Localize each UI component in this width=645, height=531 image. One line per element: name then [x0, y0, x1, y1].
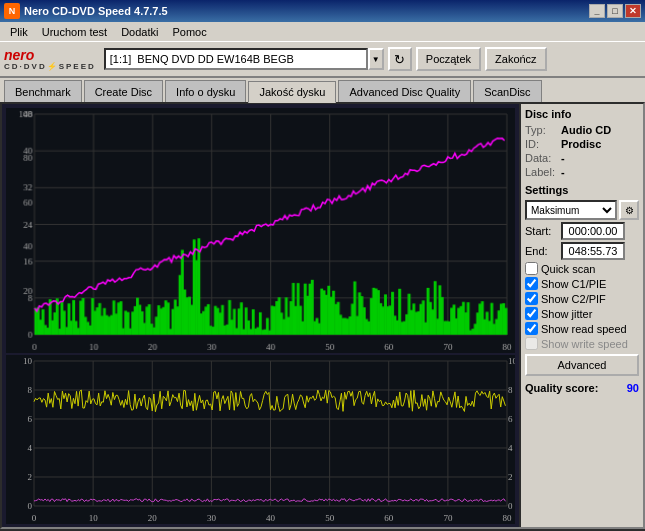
- info-panel: Disc info Typ: Audio CD ID: Prodisc Data…: [519, 104, 643, 527]
- show-read-row[interactable]: Show read speed: [525, 322, 639, 335]
- show-jitter-label: Show jitter: [541, 308, 592, 320]
- title-bar: N Nero CD-DVD Speed 4.7.7.5 _ □ ✕: [0, 0, 645, 22]
- settings-dropdown[interactable]: Maksimum: [525, 200, 617, 220]
- maximize-button[interactable]: □: [607, 4, 623, 18]
- menu-plik[interactable]: Plik: [4, 24, 34, 40]
- app-title: Nero CD-DVD Speed 4.7.7.5: [24, 5, 168, 17]
- refresh-button[interactable]: ↻: [388, 47, 412, 71]
- label-value: -: [561, 166, 565, 178]
- show-c1pie-check[interactable]: [525, 277, 538, 290]
- tab-scandisc[interactable]: ScanDisc: [473, 80, 541, 102]
- settings-small-btn[interactable]: ⚙: [619, 200, 639, 220]
- start-input[interactable]: [561, 222, 625, 240]
- toolbar: nero CD·DVD⚡SPEED ▼ ↻ Początek Zakończ: [0, 42, 645, 78]
- settings-title: Settings: [525, 184, 639, 196]
- menu-dodatki[interactable]: Dodatki: [115, 24, 164, 40]
- end-label: End:: [525, 245, 557, 257]
- lower-chart: [6, 355, 515, 524]
- tab-create-disc[interactable]: Create Disc: [84, 80, 163, 102]
- advanced-button[interactable]: Advanced: [525, 354, 639, 376]
- menu-pomoc[interactable]: Pomoc: [166, 24, 212, 40]
- disc-label-row: Label: -: [525, 166, 639, 178]
- settings-select-row: Maksimum ⚙: [525, 200, 639, 220]
- tabs-bar: Benchmark Create Disc Info o dysku Jakoś…: [0, 78, 645, 102]
- start-label: Start:: [525, 225, 557, 237]
- app-icon: N: [4, 3, 20, 19]
- end-row: End:: [525, 242, 639, 260]
- close-button[interactable]: ✕: [625, 4, 641, 18]
- quality-score-row: Quality score: 90: [525, 382, 639, 394]
- tab-info[interactable]: Info o dysku: [165, 80, 246, 102]
- minimize-button[interactable]: _: [589, 4, 605, 18]
- disc-info-title: Disc info: [525, 108, 639, 120]
- drive-selector[interactable]: ▼: [104, 48, 384, 70]
- show-jitter-check[interactable]: [525, 307, 538, 320]
- show-jitter-row[interactable]: Show jitter: [525, 307, 639, 320]
- data-value: -: [561, 152, 565, 164]
- quick-scan-row[interactable]: Quick scan: [525, 262, 639, 275]
- show-write-check: [525, 337, 538, 350]
- end-button[interactable]: Zakończ: [485, 47, 547, 71]
- title-bar-text: N Nero CD-DVD Speed 4.7.7.5: [4, 3, 168, 19]
- disc-id-row: ID: Prodisc: [525, 138, 639, 150]
- title-bar-buttons: _ □ ✕: [589, 4, 641, 18]
- main-content: Disc info Typ: Audio CD ID: Prodisc Data…: [0, 102, 645, 529]
- show-write-row: Show write speed: [525, 337, 639, 350]
- drive-dropdown-arrow[interactable]: ▼: [368, 48, 384, 70]
- tab-benchmark[interactable]: Benchmark: [4, 80, 82, 102]
- upper-chart: [6, 108, 515, 353]
- show-c1pie-label: Show C1/PIE: [541, 278, 606, 290]
- menu-bar: Plik Uruchom test Dodatki Pomoc: [0, 22, 645, 42]
- show-c1pie-row[interactable]: Show C1/PIE: [525, 277, 639, 290]
- disc-typ-row: Typ: Audio CD: [525, 124, 639, 136]
- id-label: ID:: [525, 138, 557, 150]
- tab-advanced-disc[interactable]: Advanced Disc Quality: [338, 80, 471, 102]
- end-input[interactable]: [561, 242, 625, 260]
- show-read-label: Show read speed: [541, 323, 627, 335]
- label-label: Label:: [525, 166, 557, 178]
- quality-value: 90: [627, 382, 639, 394]
- quality-label: Quality score:: [525, 382, 598, 394]
- quick-scan-check[interactable]: [525, 262, 538, 275]
- chart-area: [2, 104, 519, 527]
- start-button[interactable]: Początek: [416, 47, 481, 71]
- tab-jakosc[interactable]: Jakość dysku: [248, 81, 336, 103]
- show-c2pif-row[interactable]: Show C2/PIF: [525, 292, 639, 305]
- show-c2pif-check[interactable]: [525, 292, 538, 305]
- data-label: Data:: [525, 152, 557, 164]
- typ-value: Audio CD: [561, 124, 611, 136]
- drive-input[interactable]: [104, 48, 368, 70]
- typ-label: Typ:: [525, 124, 557, 136]
- id-value: Prodisc: [561, 138, 601, 150]
- start-row: Start:: [525, 222, 639, 240]
- disc-data-row: Data: -: [525, 152, 639, 164]
- show-c2pif-label: Show C2/PIF: [541, 293, 606, 305]
- quick-scan-label: Quick scan: [541, 263, 595, 275]
- show-write-label: Show write speed: [541, 338, 628, 350]
- show-read-check[interactable]: [525, 322, 538, 335]
- nero-logo: nero CD·DVD⚡SPEED: [4, 48, 96, 71]
- menu-uruchom[interactable]: Uruchom test: [36, 24, 113, 40]
